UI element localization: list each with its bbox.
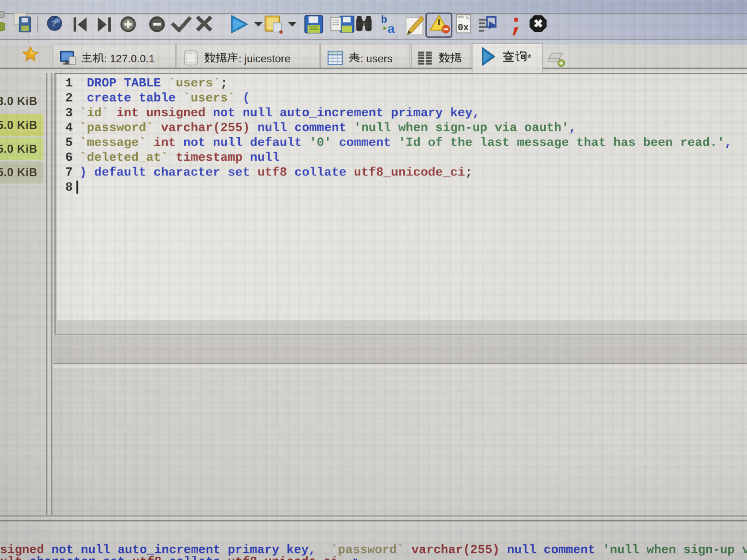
svg-text:a: a <box>387 22 395 37</box>
svg-text:0x: 0x <box>458 23 469 33</box>
svg-text:;: ; <box>509 10 524 39</box>
svg-text:?: ? <box>51 19 56 28</box>
svg-text:b: b <box>381 14 387 26</box>
